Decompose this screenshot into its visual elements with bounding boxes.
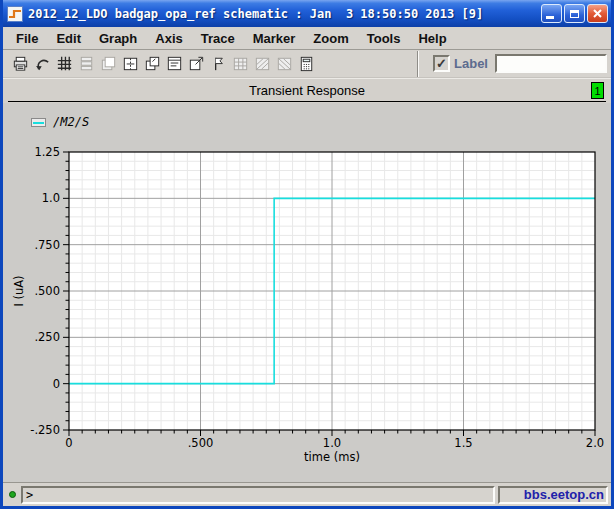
menu-item-axis[interactable]: Axis bbox=[146, 29, 191, 48]
trace-legend: /M2/S bbox=[31, 115, 89, 129]
window-title: 2012_12_LDO badgap_opa_ref schematic : J… bbox=[28, 7, 539, 21]
watermark-text: bbs.eetop.cn bbox=[524, 487, 604, 502]
toolbar-separator bbox=[417, 51, 419, 77]
svg-text:-.250: -.250 bbox=[30, 423, 60, 437]
svg-text:1.25: 1.25 bbox=[34, 145, 60, 159]
svg-text:.750: .750 bbox=[34, 238, 60, 252]
app-window: 2012_12_LDO badgap_opa_ref schematic : J… bbox=[0, 0, 614, 509]
label-tool-icon[interactable] bbox=[207, 53, 229, 75]
undo-icon[interactable] bbox=[31, 53, 53, 75]
close-button[interactable] bbox=[587, 4, 608, 23]
title-bar[interactable]: 2012_12_LDO badgap_opa_ref schematic : J… bbox=[3, 0, 611, 27]
menu-item-trace[interactable]: Trace bbox=[192, 29, 244, 48]
page-badge[interactable]: 1 bbox=[591, 82, 604, 99]
app-icon bbox=[7, 6, 23, 22]
print-icon[interactable] bbox=[9, 53, 31, 75]
label-input[interactable] bbox=[495, 54, 607, 73]
tool-bar: ✓ Label bbox=[3, 50, 611, 78]
status-bar: > bbs.eetop.cn bbox=[3, 482, 611, 506]
plot-header: Transient Response 1 bbox=[3, 78, 611, 103]
waveform-plot[interactable]: 0.5001.01.52.0-.2500.250.500.7501.01.25t… bbox=[3, 103, 611, 482]
menu-item-graph[interactable]: Graph bbox=[90, 29, 146, 48]
zoom-x-icon bbox=[251, 53, 273, 75]
menu-item-zoom[interactable]: Zoom bbox=[304, 29, 357, 48]
svg-text:1.5: 1.5 bbox=[454, 436, 472, 450]
compose-window-icon bbox=[97, 53, 119, 75]
plot-title: Transient Response bbox=[3, 83, 611, 98]
maximize-icon bbox=[570, 10, 579, 18]
minimize-button[interactable] bbox=[541, 4, 562, 23]
svg-text:.250: .250 bbox=[34, 330, 60, 344]
command-input[interactable]: > bbox=[21, 486, 495, 504]
grid-icon[interactable] bbox=[53, 53, 75, 75]
menu-item-file[interactable]: File bbox=[7, 29, 47, 48]
calculator-icon[interactable] bbox=[295, 53, 317, 75]
trace-color-swatch bbox=[31, 118, 46, 127]
command-prompt: > bbox=[26, 488, 33, 502]
svg-text:time (ms): time (ms) bbox=[304, 450, 360, 464]
svg-text:0: 0 bbox=[53, 377, 60, 391]
close-icon bbox=[592, 8, 603, 19]
pop-out-window-icon[interactable] bbox=[185, 53, 207, 75]
ready-indicator-icon bbox=[9, 491, 16, 498]
data-table-icon bbox=[229, 53, 251, 75]
window-frame: 2012_12_LDO badgap_opa_ref schematic : J… bbox=[3, 0, 611, 506]
svg-text:I (uA): I (uA) bbox=[12, 275, 26, 306]
trace-color-line bbox=[33, 122, 44, 124]
svg-text:.500: .500 bbox=[188, 436, 214, 450]
legend-item[interactable]: /M2/S bbox=[31, 115, 89, 129]
menu-item-edit[interactable]: Edit bbox=[47, 29, 90, 48]
label-checkbox[interactable]: ✓ bbox=[433, 55, 450, 72]
svg-text:0: 0 bbox=[65, 436, 72, 450]
status-indicator bbox=[6, 491, 18, 498]
graph-area: 0.5001.01.52.0-.2500.250.500.7501.01.25t… bbox=[3, 103, 611, 482]
svg-text:2.0: 2.0 bbox=[586, 436, 604, 450]
menu-item-marker[interactable]: Marker bbox=[244, 29, 305, 48]
minimize-icon bbox=[546, 16, 554, 19]
label-checkbox-label: Label bbox=[454, 56, 488, 71]
subwindow-list-icon[interactable] bbox=[163, 53, 185, 75]
overlay-windows-icon[interactable] bbox=[141, 53, 163, 75]
watermark-panel: bbs.eetop.cn bbox=[498, 486, 608, 504]
svg-text:1.0: 1.0 bbox=[42, 191, 60, 205]
strip-chart-icon bbox=[75, 53, 97, 75]
zoom-y-icon bbox=[273, 53, 295, 75]
split-strips-icon[interactable] bbox=[119, 53, 141, 75]
toolbar-icons bbox=[9, 53, 317, 75]
checkmark-icon: ✓ bbox=[436, 57, 447, 70]
menu-item-tools[interactable]: Tools bbox=[358, 29, 410, 48]
svg-text:.500: .500 bbox=[34, 284, 60, 298]
header-underline bbox=[8, 101, 606, 102]
menu-bar: FileEditGraphAxisTraceMarkerZoomToolsHel… bbox=[3, 27, 611, 50]
svg-text:1.0: 1.0 bbox=[323, 436, 341, 450]
maximize-button[interactable] bbox=[564, 4, 585, 23]
legend-label: /M2/S bbox=[53, 115, 89, 129]
menu-item-help[interactable]: Help bbox=[409, 29, 455, 48]
